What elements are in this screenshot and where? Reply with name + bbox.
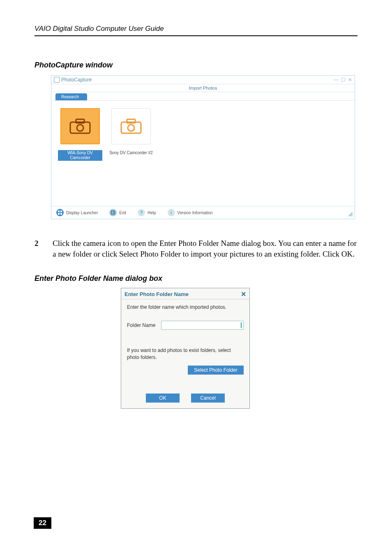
pc-body: WIA-Sony DV Camcorder Sony DV Camcorder … — [51, 101, 355, 206]
svg-rect-9 — [60, 213, 62, 215]
svg-line-13 — [352, 215, 353, 216]
dialog-title: Enter Photo Folder Name — [125, 291, 189, 297]
info-icon: i — [168, 209, 175, 216]
display-launcher-button[interactable]: Display Launcher — [56, 209, 98, 216]
svg-rect-2 — [76, 119, 84, 123]
app-icon — [54, 77, 60, 83]
text-cursor — [241, 322, 242, 328]
maximize-icon[interactable]: ☐ — [341, 77, 346, 83]
close-icon[interactable]: ✕ — [241, 290, 246, 298]
help-label: Help — [148, 211, 156, 215]
pc-titlebar: PhotoCapture — ☐ ✕ — [51, 76, 355, 84]
launcher-label: Display Launcher — [66, 211, 98, 215]
caption-dialog: Enter Photo Folder Name dialog box — [35, 274, 357, 283]
doc-header: VAIO Digital Studio Computer User Guide — [35, 25, 357, 35]
svg-rect-7 — [60, 211, 62, 212]
tab-research[interactable]: Research — [55, 93, 87, 100]
camera-icon — [111, 108, 151, 144]
launcher-icon — [56, 209, 64, 216]
device-item[interactable]: WIA-Sony DV Camcorder — [58, 108, 102, 161]
folder-name-label: Folder Name — [127, 322, 155, 328]
resize-grip-icon[interactable] — [347, 211, 353, 218]
pc-toolbar: Research — [51, 92, 355, 101]
dialog-instruction-2: If you want to add photos to exist folde… — [127, 347, 244, 360]
photocapture-window: PhotoCapture — ☐ ✕ Import Photos Researc… — [51, 75, 355, 219]
step-text: Click the camera icon to open the Enter … — [53, 238, 357, 259]
svg-point-4 — [128, 125, 134, 131]
device-item[interactable]: Sony DV Camcorder #2 — [109, 108, 153, 161]
app-title: PhotoCapture — [61, 77, 92, 83]
camera-icon — [60, 108, 100, 144]
cancel-button[interactable]: Cancel — [191, 394, 225, 403]
enter-folder-dialog: Enter Photo Folder Name ✕ Enter the fold… — [121, 288, 250, 408]
step-number: 2 — [35, 238, 53, 259]
dialog-instruction-1: Enter the folder name which imported pho… — [127, 304, 244, 310]
close-icon[interactable]: ✕ — [348, 77, 352, 83]
caption-photocapture: PhotoCapture window — [35, 61, 357, 69]
section-bar: Import Photos — [51, 84, 355, 92]
device-label: Sony DV Camcorder #2 — [109, 150, 153, 155]
svg-rect-5 — [127, 119, 135, 123]
help-icon: ? — [138, 209, 145, 216]
page-number: 22 — [34, 517, 51, 529]
exit-button[interactable]: Exit — [109, 209, 126, 216]
exit-label: Exit — [119, 211, 126, 215]
version-label: Version Information — [178, 211, 213, 215]
help-button[interactable]: ? Help — [138, 209, 156, 216]
step-row: 2 Click the camera icon to open the Ente… — [35, 238, 357, 259]
ok-button[interactable]: OK — [146, 394, 180, 403]
version-info-button[interactable]: i Version Information — [168, 209, 213, 216]
device-label: WIA-Sony DV Camcorder — [58, 150, 102, 161]
exit-icon — [109, 209, 117, 216]
minimize-icon[interactable]: — — [334, 77, 339, 83]
dialog-titlebar: Enter Photo Folder Name ✕ — [121, 288, 249, 299]
pc-statusbar: Display Launcher Exit ? Help i Version I… — [51, 206, 355, 219]
svg-rect-6 — [58, 211, 60, 212]
header-rule — [35, 35, 357, 36]
svg-rect-8 — [58, 213, 60, 215]
select-photo-folder-button[interactable]: Select Photo Folder — [188, 366, 244, 375]
folder-name-field[interactable] — [161, 321, 244, 330]
svg-point-1 — [77, 125, 83, 131]
